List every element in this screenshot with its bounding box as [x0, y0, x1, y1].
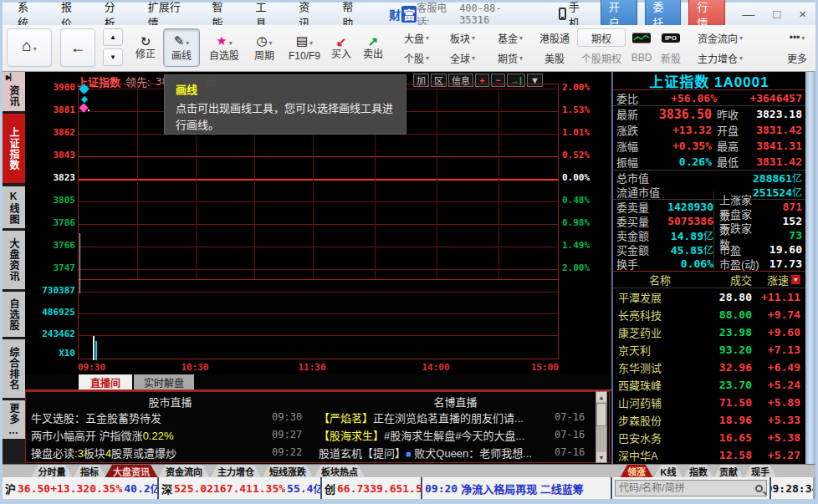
- weibi-value: +56.06%: [652, 92, 717, 104]
- stock-search-box[interactable]: [615, 480, 767, 496]
- search-input[interactable]: [619, 482, 755, 494]
- options-button[interactable]: 期权: [577, 28, 626, 47]
- gridline: [79, 201, 558, 202]
- page-down-button[interactable]: ▼: [103, 48, 123, 66]
- shanghai-summary[interactable]: 沪 36.50+13.320.35% 40.2亿: [3, 477, 159, 499]
- buy-button[interactable]: ↙ 买入: [326, 28, 356, 67]
- time-tick: 10:30: [178, 362, 212, 373]
- scroll-up-icon[interactable]: ▲: [596, 392, 606, 402]
- status-bar: 沪 36.50+13.320.35% 40.2亿 深 525.02167.411…: [3, 477, 815, 499]
- home-icon: ⌂▾: [22, 39, 37, 56]
- tab-contribution[interactable]: 贡献: [713, 465, 744, 478]
- tab-index[interactable]: 指数: [683, 465, 713, 478]
- table-row[interactable]: 步森股份18.96+5.33: [613, 411, 805, 429]
- minimize-button[interactable]: —: [742, 7, 754, 21]
- close-button[interactable]: ×: [799, 7, 806, 21]
- us-stock-button[interactable]: 美股: [535, 48, 574, 67]
- live-scrollbar[interactable]: ▲ ▼: [596, 391, 607, 463]
- money-flow-dropdown[interactable]: 资金流向▾: [691, 28, 749, 47]
- sector-dropdown[interactable]: 板块▾: [442, 28, 483, 47]
- market-dropdown[interactable]: 大盘▾: [396, 28, 437, 47]
- more-dots-dropdown[interactable]: •••▾: [780, 28, 814, 47]
- tab-current-volume[interactable]: 现手: [744, 465, 777, 478]
- home-button[interactable]: ⌂▾: [7, 28, 52, 67]
- shenzhen-summary[interactable]: 深 525.02167.411.35% 55.4亿: [159, 477, 322, 499]
- sidebar-item-kline[interactable]: K线图: [3, 186, 25, 228]
- decliners: 73: [762, 229, 802, 242]
- price-tick: 3805: [27, 195, 75, 206]
- table-row[interactable]: 平潭发展28.80+11.11: [613, 288, 805, 306]
- tab-main-force[interactable]: 主力增仓: [210, 465, 262, 478]
- scroll-down-icon[interactable]: ▼: [596, 452, 606, 462]
- volume-gridline: [79, 313, 558, 314]
- maximize-button[interactable]: □: [773, 7, 780, 21]
- live-item[interactable]: 牛叉选股：五金股蓄势待发09:30: [31, 409, 310, 425]
- price-dot: [88, 109, 89, 111]
- stock-dropdown[interactable]: 个股▾: [396, 48, 437, 67]
- sidebar-item-ranking[interactable]: 综合排名: [3, 339, 25, 398]
- page-up-button[interactable]: ▲: [103, 28, 123, 46]
- f10-button[interactable]: ▤▾ F10/F9: [284, 28, 325, 67]
- tab-live-room[interactable]: 直播间: [79, 374, 132, 389]
- document-icon: ▤▾: [296, 34, 313, 50]
- sidebar-item-news[interactable]: ▶▏ 资讯: [3, 72, 25, 111]
- bbd-button[interactable]: BBD: [629, 48, 654, 67]
- tab-sector-hotspot[interactable]: 板块热点: [314, 465, 366, 478]
- table-row[interactable]: 深中华A12.58+5.27: [613, 446, 805, 464]
- tab-timeshare-volume[interactable]: 分时量: [31, 465, 73, 478]
- sort-down-icon[interactable]: ▼: [791, 275, 800, 284]
- main-force-dropdown[interactable]: 主力增仓▾: [691, 48, 749, 67]
- draw-line-button[interactable]: ✎▾ 画线: [163, 28, 200, 67]
- more-button[interactable]: 更多: [780, 48, 814, 67]
- tab-realtime-commentary[interactable]: 实时解盘: [134, 374, 194, 389]
- tab-kline[interactable]: K线: [653, 465, 683, 478]
- live-item[interactable]: 两市小幅高开 沪指微涨0.22%09:27: [31, 426, 310, 443]
- bbd-icon[interactable]: [629, 28, 654, 47]
- live-item[interactable]: 【严焰茗】正在浏览焰茗直播的朋友们请...07-16: [319, 409, 593, 425]
- futures-dropdown[interactable]: 期货▾: [489, 48, 531, 67]
- tab-indicator[interactable]: 指标: [73, 465, 106, 478]
- live-item[interactable]: 操盘必读:3板块4股票或遭爆炒09:22: [31, 444, 310, 461]
- clock-icon: ◷▾: [256, 34, 272, 50]
- table-row[interactable]: 康芝药业23.98+9.60: [613, 323, 805, 341]
- stock-options-button[interactable]: 个股期权: [577, 48, 626, 67]
- weibi-row: 委比 +56.06% +3646457: [613, 90, 805, 106]
- fund-dropdown[interactable]: 基金▾: [489, 28, 531, 47]
- correct-button[interactable]: ↻ 修正: [131, 28, 160, 67]
- global-dropdown[interactable]: 全球▾: [442, 48, 483, 67]
- tab-money-flow[interactable]: 资金流向: [158, 465, 210, 478]
- table-row[interactable]: 西藏珠峰23.70+5.24: [613, 376, 805, 394]
- table-row[interactable]: 长亮科技88.00+9.74: [613, 306, 805, 323]
- sidebar-item-market-news[interactable]: 大盘资讯: [3, 231, 25, 289]
- market-cap-rows: 总市值 288861亿 流通市值 251524亿: [613, 171, 805, 200]
- watchlist-button[interactable]: ★▾ 自选股: [204, 28, 244, 67]
- back-button[interactable]: ←: [60, 28, 95, 67]
- table-row[interactable]: 巴安水务16.65+5.38: [613, 429, 805, 446]
- ipo-icon[interactable]: IPO: [657, 28, 685, 47]
- sidebar-item-more[interactable]: 更多…: [3, 400, 25, 439]
- sell-button[interactable]: ↗ 卖出: [358, 28, 388, 67]
- table-row[interactable]: 山河药辅71.50+5.89: [613, 394, 805, 411]
- news-ticker[interactable]: 09:20 净流入格局再现 二线蓝筹: [422, 477, 612, 499]
- price-tick: 3843: [27, 150, 75, 160]
- moneyflow-group: 资金流向▾ 主力增仓▾: [691, 28, 749, 67]
- sidebar-item-watchlist[interactable]: 自选股: [3, 292, 25, 337]
- new-share-button[interactable]: 新股: [657, 48, 685, 67]
- table-row[interactable]: 东华测试32.96+6.49: [613, 359, 805, 376]
- tab-leaders[interactable]: 领涨: [620, 465, 653, 478]
- gridline: [79, 247, 558, 247]
- sidebar-item-shanghai-index[interactable]: 上证指数: [3, 114, 25, 183]
- period-button[interactable]: ◷▾ 周期: [247, 28, 282, 67]
- tab-market-news[interactable]: 大盘资讯: [105, 465, 158, 478]
- search-icon[interactable]: [755, 485, 763, 492]
- table-row[interactable]: 京天利93.20+7.13: [613, 341, 805, 359]
- ranking-header[interactable]: 名称 成交 涨速 ▼: [613, 272, 805, 288]
- live-item[interactable]: 股道玄机【提问】■ 败犬Queen：老师我想...07-16: [319, 444, 593, 461]
- chinext-summary[interactable]: 创 66.7339.651.51% 23亿: [322, 477, 422, 499]
- scrollbar-thumb[interactable]: [596, 403, 606, 426]
- tab-shortline[interactable]: 短线涨跌: [262, 465, 314, 478]
- blogger-live-header: 名博直播: [314, 394, 596, 407]
- live-item[interactable]: 【股海求生】#股海求生解盘#今天的大盘...07-16: [319, 426, 593, 443]
- hk-connect-button[interactable]: 港股通: [535, 28, 574, 47]
- left-sidebar: ▶▏ 资讯 上证指数 K线图 大盘资讯 自选股 综合排名 更多…: [3, 72, 25, 464]
